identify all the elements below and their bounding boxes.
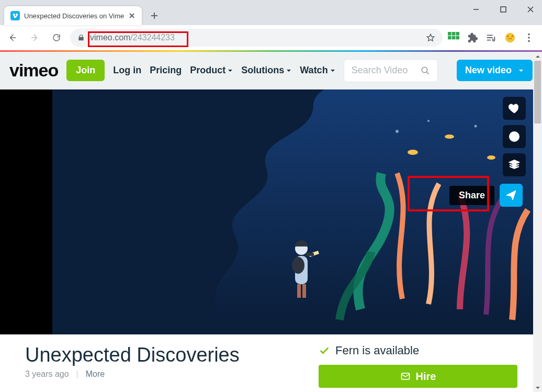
url-path: /243244233 — [130, 33, 175, 42]
creator-sidebar: Fern is available Hire — [319, 344, 517, 388]
scrollbar-up-arrow-icon[interactable] — [533, 52, 542, 61]
hire-button[interactable]: Hire — [319, 365, 517, 388]
availability-text: Fern is available — [335, 344, 419, 357]
svg-point-16 — [487, 155, 495, 160]
more-link[interactable]: More — [86, 369, 105, 379]
new-video-button[interactable]: New video — [457, 60, 533, 81]
url-text: vimeo.com/243244233 — [90, 33, 175, 42]
window-minimize-button[interactable] — [469, 2, 483, 17]
watch-later-button[interactable] — [503, 125, 526, 148]
nav-forward-button[interactable] — [26, 29, 43, 46]
extension-music-icon[interactable] — [485, 32, 497, 43]
svg-point-8 — [509, 38, 510, 39]
svg-rect-0 — [501, 7, 506, 12]
chevron-down-icon — [286, 68, 291, 73]
svg-rect-4 — [448, 36, 451, 40]
svg-point-19 — [475, 125, 477, 128]
artwork-svg — [156, 89, 533, 334]
video-posted-time: 3 years ago — [25, 369, 69, 379]
join-button[interactable]: Join — [66, 60, 105, 81]
search-input[interactable] — [352, 65, 415, 76]
bookmark-star-icon[interactable] — [426, 33, 435, 42]
svg-point-9 — [511, 38, 512, 39]
extension-fox-icon[interactable] — [504, 32, 516, 43]
scrollbar-thumb[interactable] — [534, 61, 541, 124]
check-icon — [319, 345, 330, 356]
artwork-person — [283, 235, 319, 303]
video-meta: 3 years ago | More — [25, 369, 306, 379]
extensions-puzzle-icon[interactable] — [467, 32, 478, 43]
svg-rect-23 — [297, 284, 301, 298]
video-player[interactable]: Share — [0, 89, 533, 334]
scrollbar-down-arrow-icon[interactable] — [533, 383, 542, 392]
svg-point-14 — [408, 150, 418, 155]
svg-point-13 — [422, 67, 427, 73]
svg-point-15 — [445, 135, 454, 139]
below-video-row: Unexpected Discoveries 3 years ago | Mor… — [0, 334, 533, 388]
video-side-actions — [503, 97, 526, 176]
share-tooltip: Share — [449, 186, 494, 205]
svg-rect-5 — [452, 36, 456, 40]
browser-menu-button[interactable] — [523, 32, 535, 43]
nav-back-button[interactable] — [4, 29, 21, 46]
meta-separator: | — [76, 369, 78, 379]
svg-point-21 — [292, 257, 304, 274]
browser-tab-active[interactable]: Unexpected Discoveries on Vime — [4, 6, 142, 25]
svg-rect-25 — [306, 253, 314, 256]
window-close-button[interactable] — [523, 2, 538, 17]
svg-point-17 — [396, 130, 399, 133]
mail-icon — [400, 371, 411, 382]
chevron-down-icon — [518, 68, 524, 74]
svg-point-7 — [505, 33, 515, 42]
svg-rect-3 — [456, 32, 459, 36]
svg-rect-24 — [302, 284, 306, 298]
chevron-down-icon — [330, 68, 335, 73]
video-info-column: Unexpected Discoveries 3 years ago | Mor… — [25, 344, 306, 388]
extension-grid-icon[interactable] — [448, 32, 459, 43]
svg-rect-2 — [452, 32, 456, 36]
login-link[interactable]: Log in — [113, 65, 141, 76]
share-row: Share — [446, 181, 526, 210]
vimeo-favicon-icon — [10, 11, 20, 20]
url-host: vimeo.com — [90, 33, 130, 42]
browser-tab-title: Unexpected Discoveries on Vime — [24, 12, 124, 20]
address-bar[interactable]: vimeo.com/243244233 — [70, 29, 443, 47]
vimeo-header: vimeo Join Log in Pricing Product Soluti… — [0, 52, 542, 89]
svg-rect-1 — [448, 32, 451, 36]
availability-row: Fern is available — [319, 344, 517, 357]
watch-dropdown[interactable]: Watch — [300, 65, 335, 76]
collections-button[interactable] — [503, 153, 526, 176]
video-thumbnail-art — [52, 89, 533, 334]
chevron-down-icon — [228, 68, 233, 73]
search-icon[interactable] — [421, 66, 430, 75]
tab-close-icon[interactable] — [128, 12, 136, 19]
browser-tabstrip: Unexpected Discoveries on Vime — [0, 0, 542, 25]
svg-point-18 — [427, 120, 430, 122]
new-tab-button[interactable] — [147, 8, 162, 23]
extensions-row — [448, 32, 538, 43]
share-button[interactable] — [500, 184, 523, 207]
vertical-scrollbar[interactable] — [533, 52, 542, 392]
search-box[interactable] — [344, 59, 438, 82]
pricing-link[interactable]: Pricing — [150, 65, 182, 76]
svg-point-12 — [528, 40, 530, 42]
lock-icon — [77, 34, 85, 41]
window-controls — [469, 2, 538, 17]
like-button[interactable] — [503, 97, 526, 120]
svg-point-10 — [528, 33, 530, 36]
page-content: vimeo Join Log in Pricing Product Soluti… — [0, 52, 542, 392]
browser-toolbar: vimeo.com/243244233 — [0, 25, 542, 50]
svg-rect-6 — [456, 36, 459, 40]
svg-point-11 — [528, 37, 530, 39]
nav-reload-button[interactable] — [48, 29, 65, 46]
video-title: Unexpected Discoveries — [25, 344, 306, 366]
product-dropdown[interactable]: Product — [190, 65, 233, 76]
solutions-dropdown[interactable]: Solutions — [241, 65, 291, 76]
window-maximize-button[interactable] — [496, 2, 511, 17]
vimeo-logo[interactable]: vimeo — [9, 60, 58, 81]
